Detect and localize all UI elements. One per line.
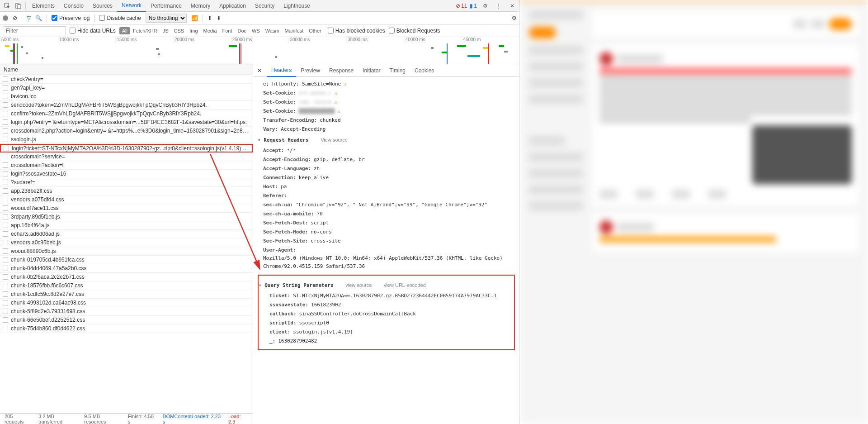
qsp-view-source-link[interactable]: view source	[345, 282, 372, 288]
blocked-cookies-checkbox[interactable]: Has blocked cookies	[328, 28, 385, 34]
hide-data-urls-checkbox[interactable]: Hide data URLs	[70, 28, 116, 34]
request-row[interactable]: ?sudaref=	[0, 178, 253, 187]
info-badge[interactable]: ▮1	[470, 3, 477, 9]
request-row[interactable]: favicon.ico	[0, 92, 253, 101]
qsp-view-url-link[interactable]: view URL-encoded	[384, 282, 426, 288]
network-timeline[interactable]: 5000 ms10000 ms15000 ms20000 ms25000 ms3…	[0, 37, 519, 64]
request-row[interactable]: gen?api_key=	[0, 84, 253, 92]
timeline-mark: 20000 ms	[173, 37, 231, 43]
search-icon[interactable]: 🔍	[35, 15, 42, 21]
preserve-log-checkbox[interactable]: Preserve log	[52, 15, 90, 21]
wifi-icon[interactable]: 📶	[191, 15, 198, 21]
details-tab-headers[interactable]: Headers	[267, 64, 296, 77]
tab-application[interactable]: Application	[215, 0, 250, 12]
file-icon	[3, 257, 8, 262]
disable-cache-input[interactable]	[99, 15, 105, 21]
details-tab-initiator[interactable]: Initiator	[358, 64, 385, 77]
request-row[interactable]: chunk-75d4b860.df0d4622.css	[0, 324, 253, 333]
timeline-mark: 45000 m	[462, 37, 519, 43]
tab-lighthouse[interactable]: Lighthouse	[279, 0, 315, 12]
request-list[interactable]: check?entry=gen?api_key=favicon.icosendc…	[0, 75, 253, 413]
request-row[interactable]: crossdomain?action=l	[0, 161, 253, 170]
request-row[interactable]: vendors.a075dfd4.css	[0, 195, 253, 204]
request-row[interactable]: login.php?entry= &returntype=META&crossd…	[0, 118, 253, 127]
request-row[interactable]: chunk-66e50bef.d2252512.css	[0, 316, 253, 324]
close-details-icon[interactable]: ✕	[256, 67, 263, 74]
filter-type-other[interactable]: Other	[306, 27, 324, 34]
close-icon[interactable]: ✕	[509, 2, 516, 10]
tab-elements[interactable]: Elements	[28, 0, 59, 12]
request-row[interactable]: vendors.a0c95beb.js	[0, 238, 253, 247]
filter-type-manifest[interactable]: Manifest	[282, 27, 307, 34]
request-row[interactable]: login?ssosavestate=16	[0, 170, 253, 178]
filter-type-all[interactable]: All	[119, 27, 130, 34]
request-row[interactable]: echarts.ad6d06ad.js	[0, 230, 253, 238]
device-toggle-icon[interactable]	[14, 2, 22, 10]
tab-sources[interactable]: Sources	[88, 0, 117, 12]
tab-network[interactable]: Network	[117, 0, 146, 12]
blocked-requests-input[interactable]	[389, 28, 395, 33]
hide-data-urls-input[interactable]	[70, 28, 75, 33]
upload-icon[interactable]: ⬆	[208, 15, 212, 21]
filter-type-img[interactable]: Img	[187, 27, 200, 34]
request-row[interactable]: confirm?token=2ZmVhLDgMAFBRiT5WSjjBpgwoj…	[0, 110, 253, 118]
request-row[interactable]: app.16b4f64a.js	[0, 221, 253, 230]
request-row[interactable]: ssologin.js	[0, 135, 253, 144]
request-row[interactable]: app.238be2ff.css	[0, 187, 253, 195]
download-icon[interactable]: ⬇	[217, 15, 221, 21]
request-row[interactable]: chunk-1cdfc59c.8d2e27e7.css	[0, 290, 253, 299]
request-row[interactable]: chunk-5f89d2e3.79331698.css	[0, 307, 253, 316]
preserve-log-input[interactable]	[52, 15, 57, 21]
throttling-select[interactable]: No throttling	[146, 14, 187, 23]
request-row[interactable]: crossdomain2.php?action=login&entry= &r=…	[0, 127, 253, 135]
gear-icon[interactable]: ⚙	[512, 15, 517, 21]
details-tab-response[interactable]: Response	[325, 64, 358, 77]
clear-icon[interactable]: ⊘	[13, 15, 17, 21]
details-tab-timing[interactable]: Timing	[385, 64, 410, 77]
filter-type-fetch-xhr[interactable]: Fetch/XHR	[130, 27, 160, 34]
name-column-header[interactable]: Name	[0, 64, 253, 75]
filter-type-js[interactable]: JS	[160, 27, 171, 34]
request-row[interactable]: wooui.df7ace11.css	[0, 204, 253, 213]
tab-performance[interactable]: Performance	[146, 0, 186, 12]
request-row[interactable]: 3rdparty.89d5f1eb.js	[0, 213, 253, 221]
details-tab-preview[interactable]: Preview	[296, 64, 325, 77]
request-row[interactable]: chunk-04dd4069.47a5a2b0.css	[0, 264, 253, 273]
request-row[interactable]: chunk-019705cd.4b951fca.css	[0, 256, 253, 264]
filter-input[interactable]	[3, 26, 66, 35]
disable-cache-checkbox[interactable]: Disable cache	[99, 15, 141, 21]
request-row[interactable]: login?ticket=ST-NTcxNjMyMTA2OA%3D%3D-163…	[0, 144, 253, 152]
filter-type-wasm[interactable]: Wasm	[263, 27, 282, 34]
filter-icon[interactable]: ▽	[27, 15, 31, 21]
record-icon[interactable]	[3, 15, 8, 21]
request-row[interactable]: wooui.88890c6b.js	[0, 247, 253, 256]
filter-type-doc[interactable]: Doc	[235, 27, 250, 34]
filter-type-css[interactable]: CSS	[171, 27, 187, 34]
view-source-link[interactable]: View source	[321, 137, 348, 143]
kebab-icon[interactable]: ⋮	[495, 2, 502, 10]
request-row[interactable]: sendcode?token=2ZmVhLDgMAFBRiT5WSjjBpgwo…	[0, 101, 253, 110]
filter-type-ws[interactable]: WS	[249, 27, 263, 34]
request-row[interactable]: chunk-0b2f6aca.2c2e2b71.css	[0, 273, 253, 281]
request-row[interactable]: check?entry=	[0, 75, 253, 84]
error-badge[interactable]: ⊘11	[456, 3, 467, 9]
gear-icon[interactable]: ⚙	[481, 2, 489, 10]
filter-type-media[interactable]: Media	[201, 27, 220, 34]
blocked-cookies-input[interactable]	[328, 28, 334, 33]
details-body[interactable]: e; httponly; SameSite=None⚠Set-Cookie: o…	[253, 77, 519, 424]
request-name: app.16b4f64a.js	[11, 222, 49, 229]
header-value: gzip, deflate, br	[314, 156, 365, 164]
tab-console[interactable]: Console	[59, 0, 88, 12]
request-row[interactable]: chunk-4993102d.ca64ac98.css	[0, 299, 253, 307]
blocked-requests-checkbox[interactable]: Blocked Requests	[389, 28, 440, 34]
tab-security[interactable]: Security	[250, 0, 279, 12]
filter-type-font[interactable]: Font	[220, 27, 235, 34]
header-value: e; httponly; SameSite=None	[263, 80, 341, 88]
tab-memory[interactable]: Memory	[186, 0, 215, 12]
request-row[interactable]: chunk-18576fbb.f6c6c607.css	[0, 281, 253, 290]
details-tab-cookies[interactable]: Cookies	[410, 64, 439, 77]
inspect-icon[interactable]	[4, 2, 11, 10]
request-headers-title[interactable]: Request Headers View source	[258, 134, 515, 146]
request-row[interactable]: crossdomain?service=	[0, 152, 253, 161]
qsp-title[interactable]: Query String Parameters view source view…	[259, 279, 509, 291]
